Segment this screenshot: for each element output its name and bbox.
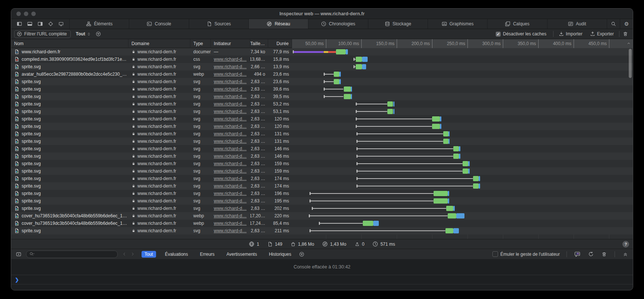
initiator-link[interactable]: www.richard-d… (214, 169, 247, 174)
js-bubble-icon[interactable]: JS (573, 251, 582, 258)
table-row[interactable]: sprite.svg www.richard-dern.fr svg www.r… (11, 145, 633, 152)
initiator-link[interactable]: www.richard-d… (214, 64, 247, 69)
table-row[interactable]: sprite.svg www.richard-dern.fr svg www.r… (11, 190, 633, 197)
filter-icon[interactable] (94, 30, 103, 38)
initiator-link[interactable]: www.richard-d… (214, 221, 247, 226)
gear-icon[interactable]: ⚙ (620, 19, 633, 29)
emulate-user-gesture-checkbox[interactable]: Émuler le geste de l'utilisateur (492, 251, 560, 257)
table-row[interactable]: www.richard-dern.fr www.richard-dern.fr … (11, 48, 633, 56)
close-window-button[interactable] (16, 12, 21, 16)
vertical-scrollbar[interactable] (629, 49, 632, 78)
chev-left-icon[interactable] (122, 252, 127, 256)
tab-audit[interactable]: Audit (547, 19, 607, 29)
initiator-link[interactable]: www.richard-d… (214, 176, 247, 181)
table-row[interactable]: sprite.svg www.richard-dern.fr svg www.r… (11, 227, 633, 235)
initiator-link[interactable]: www.richard-d… (214, 94, 247, 99)
column-header-duree[interactable]: Durée (268, 39, 292, 48)
console-prompt-row[interactable]: ❯ (11, 275, 633, 284)
dock-bottom-icon[interactable] (25, 20, 34, 28)
table-row[interactable]: avatar_hu85ecc3e298728880b0bde2dcc4e5c23… (11, 70, 633, 78)
initiator-link[interactable]: www.richard-d… (214, 139, 247, 144)
waterfall-timeline-header[interactable]: 50,00 ms100,00 ms150,0 ms200,0 ms250,0 m… (292, 39, 633, 48)
help-button[interactable]: ? (622, 241, 629, 248)
initiator-link[interactable]: www.richard-d… (214, 116, 247, 122)
console-scope-avertissements[interactable]: Avertissements (223, 251, 260, 258)
initiator-link[interactable]: www.richard-d… (214, 191, 247, 196)
table-row[interactable]: sprite.svg www.richard-dern.fr svg www.r… (11, 63, 633, 70)
filter-icon[interactable] (297, 251, 306, 258)
column-header-nom[interactable]: Nom (11, 39, 129, 48)
initiator-link[interactable]: www.richard-d… (214, 57, 247, 62)
search-icon[interactable] (607, 19, 620, 29)
console-search-field[interactable] (26, 251, 118, 258)
table-row[interactable]: sprite.svg www.richard-dern.fr svg www.r… (11, 160, 633, 167)
resource-type-select[interactable]: Tout (76, 31, 91, 37)
column-header-type[interactable]: Type (190, 39, 211, 48)
disable-caches-checkbox[interactable]: ✓ Désactiver les caches (496, 31, 546, 37)
tab-chronologies[interactable]: Chronologies (308, 19, 368, 29)
chev-up-icon[interactable] (626, 41, 631, 45)
tab-console[interactable]: Console (129, 19, 188, 29)
column-header-initiateur[interactable]: Initiateur (211, 39, 250, 48)
clear-console-icon[interactable] (600, 251, 609, 258)
table-row[interactable]: sprite.svg www.richard-dern.fr svg www.r… (11, 115, 633, 123)
url-filter-field[interactable]: Filtrer l'URL complète (14, 30, 71, 38)
console-scope-evaluations[interactable]: Évaluations (162, 251, 191, 258)
tab-graphismes[interactable]: Graphismes (428, 19, 487, 29)
initiator-link[interactable]: www.richard-d… (214, 101, 247, 107)
export-button[interactable]: Exporter (590, 31, 614, 37)
clear-network-items-icon[interactable] (621, 30, 630, 38)
table-row[interactable]: sprite.svg www.richard-dern.fr svg www.r… (11, 130, 633, 138)
table-row[interactable]: sprite.svg www.richard-dern.fr svg www.r… (11, 123, 633, 130)
table-row[interactable]: sprite.svg www.richard-dern.fr svg www.r… (11, 100, 633, 108)
table-row[interactable]: sprite.svg www.richard-dern.fr svg www.r… (11, 93, 633, 100)
initiator-link[interactable]: www.richard-d… (214, 161, 247, 166)
console-search-input[interactable] (36, 252, 115, 257)
initiator-link[interactable]: www.richard-d… (214, 213, 247, 218)
initiator-link[interactable]: www.richard-d… (214, 131, 247, 136)
table-row[interactable]: sprite.svg www.richard-dern.fr svg www.r… (11, 175, 633, 182)
table-row[interactable]: sprite.svg www.richard-dern.fr svg www.r… (11, 182, 633, 190)
initiator-link[interactable]: www.richard-d… (214, 124, 247, 129)
table-row[interactable]: sprite.svg www.richard-dern.fr svg www.r… (11, 108, 633, 115)
minimize-window-button[interactable] (24, 12, 28, 16)
target-icon[interactable] (46, 20, 55, 28)
console-mode-icon[interactable] (14, 251, 23, 258)
table-row[interactable]: sprite.svg www.richard-dern.fr svg www.r… (11, 152, 633, 160)
table-row[interactable]: cover_hu736519dc3b5040cfa48b6b559b6de6ec… (11, 220, 633, 227)
table-row[interactable]: sprite.svg www.richard-dern.fr svg www.r… (11, 197, 633, 205)
zoom-window-button[interactable] (31, 12, 36, 16)
dock-right-icon[interactable] (36, 20, 45, 28)
console-scope-historiques[interactable]: Historiques (266, 251, 294, 258)
tab-elements[interactable]: Éléments (69, 19, 129, 29)
table-row[interactable]: sprite.svg www.richard-dern.fr svg www.r… (11, 138, 633, 145)
tab-sources[interactable]: Sources (189, 19, 248, 29)
tab-stockage[interactable]: Stockage (368, 19, 428, 29)
table-row[interactable]: sprite.svg www.richard-dern.fr svg www.r… (11, 85, 633, 93)
chev-right-icon[interactable] (130, 252, 135, 256)
table-row[interactable]: sprite.svg www.richard-dern.fr svg www.r… (11, 78, 633, 85)
column-header-taille[interactable]: Taille… (250, 39, 268, 48)
table-row[interactable]: compiled.min.38390909f303624ed9e1cf1bd3f… (11, 56, 633, 63)
table-row[interactable]: sprite.svg www.richard-dern.fr svg www.r… (11, 205, 633, 212)
initiator-link[interactable]: www.richard-d… (214, 206, 247, 211)
initiator-link[interactable]: www.richard-d… (214, 154, 247, 159)
dbl-up-icon[interactable] (621, 251, 630, 258)
console-scope-tout[interactable]: Tout (142, 251, 156, 258)
device-icon[interactable] (57, 20, 66, 28)
initiator-link[interactable]: www.richard-d… (214, 109, 247, 114)
initiator-link[interactable]: www.richard-d… (214, 72, 247, 77)
initiator-link[interactable]: www.richard-d… (214, 198, 247, 204)
column-header-domaine[interactable]: Domaine (129, 39, 190, 48)
table-row[interactable]: sprite.svg www.richard-dern.fr svg www.r… (11, 167, 633, 175)
initiator-link[interactable]: www.richard-d… (214, 146, 247, 151)
tab-calques[interactable]: Calques (487, 19, 547, 29)
table-row[interactable]: cover_hu736519dc3b5040cfa48b6b559b6de6ec… (11, 212, 633, 220)
refresh-icon[interactable] (586, 251, 595, 258)
tab-reseau[interactable]: Réseau (248, 19, 308, 29)
console-scope-erreurs[interactable]: Erreurs (197, 251, 218, 258)
initiator-link[interactable]: www.richard-d… (214, 86, 247, 92)
dock-left-icon[interactable] (15, 20, 24, 28)
initiator-link[interactable]: www.richard-d… (214, 183, 247, 189)
import-button[interactable]: Importer (559, 31, 583, 37)
